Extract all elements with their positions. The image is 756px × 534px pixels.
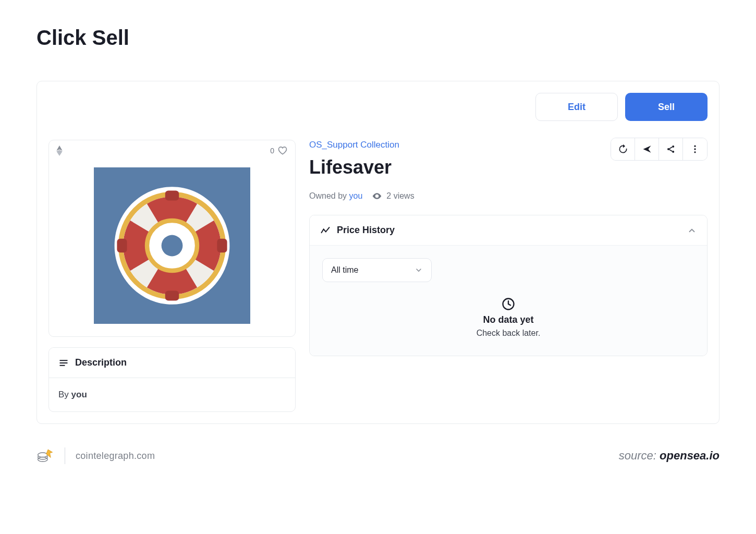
price-history-panel: Price History All time: [309, 215, 708, 356]
artwork-wrap: [49, 159, 295, 336]
meta-row: Owned by you 2 views: [309, 191, 708, 201]
empty-subtitle: Check back later.: [477, 329, 541, 338]
price-history-header[interactable]: Price History: [310, 215, 707, 246]
svg-rect-6: [217, 239, 227, 252]
description-panel: Description By you: [48, 347, 296, 412]
description-title: Description: [75, 357, 127, 368]
title-row: OS_Support Collection Lifesaver: [309, 140, 708, 178]
send-button[interactable]: [635, 138, 659, 160]
listing-card: Edit Sell 0: [36, 81, 720, 424]
list-icon: [58, 358, 69, 368]
clock-icon: [501, 297, 516, 311]
footer: cointelegraph.com source: opensea.io: [36, 447, 720, 465]
svg-point-11: [694, 148, 696, 150]
cointelegraph-logo-icon: [36, 447, 54, 465]
media-box: 0: [48, 140, 296, 337]
svg-point-13: [376, 195, 378, 197]
sell-button[interactable]: Sell: [625, 93, 708, 121]
footer-left: cointelegraph.com: [36, 447, 155, 465]
views-text: 2 views: [386, 191, 414, 201]
svg-point-2: [162, 235, 183, 257]
svg-point-10: [694, 145, 696, 147]
empty-title: No data yet: [483, 314, 533, 325]
top-action-bar: Edit Sell: [37, 81, 719, 132]
price-history-body: All time No data yet Check back later.: [310, 246, 707, 356]
empty-state: No data yet Check back later.: [322, 282, 694, 343]
refresh-icon: [618, 144, 628, 154]
more-button[interactable]: [683, 138, 707, 160]
item-action-group: [611, 138, 708, 161]
source-value: opensea.io: [660, 449, 720, 462]
nft-title: Lifesaver: [309, 156, 399, 178]
activity-icon: [320, 225, 331, 236]
refresh-button[interactable]: [611, 138, 635, 160]
footer-source: source: opensea.io: [619, 449, 720, 463]
ethereum-icon: [56, 145, 64, 156]
left-column: 0: [48, 140, 296, 412]
owned-prefix: Owned by: [309, 191, 349, 200]
owner-link[interactable]: you: [349, 191, 362, 200]
likes-count: 0: [270, 147, 274, 155]
svg-point-12: [694, 151, 696, 153]
page-title: Click Sell: [36, 26, 720, 50]
send-icon: [642, 144, 652, 154]
source-label: source:: [619, 449, 660, 462]
divider: [65, 447, 65, 464]
chevron-up-icon: [687, 226, 697, 235]
description-header[interactable]: Description: [49, 348, 295, 378]
chevron-down-icon: [414, 266, 423, 274]
edit-button[interactable]: Edit: [535, 93, 618, 121]
media-header: 0: [49, 140, 295, 159]
share-button[interactable]: [659, 138, 683, 160]
footer-site: cointelegraph.com: [76, 451, 155, 462]
svg-point-17: [38, 453, 48, 457]
nft-artwork: [94, 167, 250, 324]
views-stat: 2 views: [372, 191, 414, 201]
description-body: By you: [49, 378, 295, 411]
price-history-title: Price History: [337, 225, 395, 236]
share-icon: [666, 144, 676, 154]
by-author: you: [71, 390, 87, 399]
content-columns: 0: [37, 132, 719, 423]
svg-rect-4: [165, 290, 179, 300]
time-range-select[interactable]: All time: [322, 258, 432, 282]
by-prefix: By: [58, 390, 71, 399]
right-column: OS_Support Collection Lifesaver: [309, 140, 708, 412]
heart-icon: [277, 145, 288, 156]
collection-link[interactable]: OS_Support Collection: [309, 140, 399, 150]
owned-by: Owned by you: [309, 191, 362, 201]
likes-counter[interactable]: 0: [270, 145, 288, 156]
svg-rect-5: [117, 239, 127, 252]
svg-rect-3: [165, 190, 179, 200]
time-range-value: All time: [331, 265, 358, 275]
more-vertical-icon: [690, 144, 700, 154]
eye-icon: [372, 191, 382, 201]
